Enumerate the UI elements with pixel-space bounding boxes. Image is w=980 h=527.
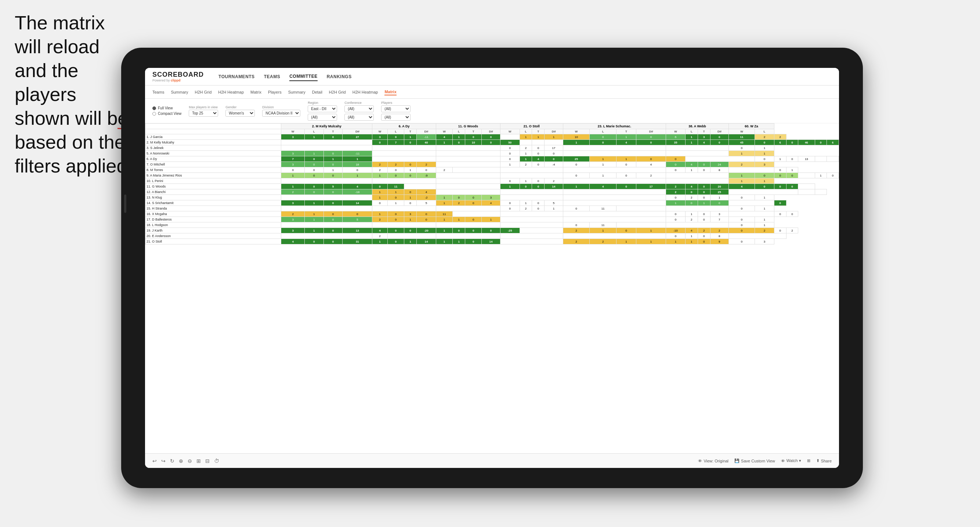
cell: 0 xyxy=(786,156,798,162)
filter-division-select[interactable]: NCAA Division II xyxy=(262,110,300,117)
filter-region-all-select[interactable]: (All) xyxy=(308,114,337,121)
cell xyxy=(729,233,786,239)
cell: 1 xyxy=(453,134,465,140)
cell: 1 xyxy=(616,239,636,244)
nav-rankings[interactable]: RANKINGS xyxy=(327,73,352,81)
cell: 0 xyxy=(500,145,520,151)
subnav-summary2[interactable]: Summary xyxy=(288,89,305,95)
cell: 0 xyxy=(465,239,482,244)
nav-teams[interactable]: TEAMS xyxy=(264,73,280,81)
table-row: 19. J Karth 3 1 0 13 4 0 0 -20 1 0 0 0 -… xyxy=(145,228,839,233)
player-name: 21. O Stoll xyxy=(145,239,281,244)
cell: 8 xyxy=(710,233,729,239)
cell: 0 xyxy=(387,195,404,200)
sub-w4: W xyxy=(500,129,520,134)
subnav-teams[interactable]: Teams xyxy=(153,89,164,95)
cell: 6 xyxy=(774,140,786,145)
subnav-h2h-heatmap1[interactable]: H2H Heatmap xyxy=(218,89,244,95)
cell: 2 xyxy=(729,162,754,167)
watch-button[interactable]: 👁 Watch ▾ xyxy=(781,459,801,463)
save-custom-label: Save Custom View xyxy=(741,459,775,463)
radio-compact-view[interactable]: Compact View xyxy=(153,111,181,116)
table-row: 15. H Stranda 0 2 0 1 0 11 0 1 xyxy=(145,206,839,211)
cell: 5 xyxy=(342,217,372,222)
table-row: 17. D Ballesteros 3 1 0 5 2 0 1 0 1 1 0 … xyxy=(145,217,839,222)
layout-button[interactable]: ⊞ xyxy=(807,459,810,463)
player-name: 20. E Andersson xyxy=(145,233,281,239)
cell: 11 xyxy=(729,134,754,140)
cell: 1 xyxy=(453,217,465,222)
redo-button[interactable]: ↪ xyxy=(161,458,165,464)
save-custom-button[interactable]: 💾 Save Custom View xyxy=(734,459,775,463)
filter-gender-select[interactable]: Women's xyxy=(226,110,255,117)
subnav-summary1[interactable]: Summary xyxy=(171,89,188,95)
cell: 1 xyxy=(372,195,387,200)
nav-committee[interactable]: COMMITTEE xyxy=(290,72,318,81)
cell: 2 xyxy=(372,217,387,222)
filter-players-select1[interactable]: (All) xyxy=(381,105,410,112)
cell xyxy=(372,151,436,156)
undo-button[interactable]: ↩ xyxy=(153,458,157,464)
cell: 0 xyxy=(729,195,754,200)
cell: 3 xyxy=(482,195,500,200)
view-original-button[interactable]: 👁 View: Original xyxy=(698,459,729,463)
subnav-players[interactable]: Players xyxy=(268,89,282,95)
player-name: 1. J Garcia xyxy=(145,134,281,140)
cell: 0 xyxy=(453,140,465,145)
filter-max-select[interactable]: Top 25 xyxy=(189,110,218,117)
refresh-button[interactable]: ↻ xyxy=(170,458,174,464)
cell xyxy=(372,156,436,162)
cell: 1 xyxy=(685,233,698,239)
cell: 13 xyxy=(798,156,815,162)
cell: 2 xyxy=(372,162,387,167)
cell: 3 xyxy=(404,211,417,217)
share-button[interactable]: ⬆ Share xyxy=(816,459,832,463)
cell: 0 xyxy=(500,151,520,156)
subnav-matrix1[interactable]: Matrix xyxy=(250,89,261,95)
share-label: Share xyxy=(821,459,832,463)
subnav-h2h-grid1[interactable]: H2H Grid xyxy=(195,89,212,95)
cell xyxy=(436,156,500,162)
cell: 0 xyxy=(482,140,500,145)
cell: 2 xyxy=(372,233,387,239)
cell: 2 xyxy=(685,217,698,222)
filter-region-select[interactable]: East - DII xyxy=(308,105,337,112)
cell xyxy=(500,239,563,244)
radio-full-view[interactable]: Full View xyxy=(153,106,181,110)
zoom-out-button[interactable]: ⊖ xyxy=(188,458,192,464)
player-name: 10. L Perini xyxy=(145,178,281,184)
cell xyxy=(666,206,729,211)
logo-sub: Powered by clippd xyxy=(153,79,204,82)
cell: 0 xyxy=(387,211,404,217)
cell: 5 xyxy=(417,200,436,206)
cell: 0 xyxy=(786,140,798,145)
filter-players-select2[interactable]: (All) xyxy=(381,114,410,121)
cell: 0 xyxy=(774,228,786,233)
cell: 0 xyxy=(685,189,698,195)
cell: 31 xyxy=(342,239,372,244)
subnav-matrix2[interactable]: Matrix xyxy=(385,89,396,95)
table-row: 1. J Garcia 3 1 0 27 3 0 1 -11 4 1 0 0 xyxy=(145,134,839,140)
cell xyxy=(436,222,500,228)
filter-conference-select1[interactable]: (All) xyxy=(344,105,374,112)
player-name: 11. G Woods xyxy=(145,184,281,189)
subnav-h2h-heatmap2[interactable]: H2H Heatmap xyxy=(353,89,378,95)
clock-button[interactable]: ⏱ xyxy=(214,458,219,464)
cell: 0 xyxy=(465,228,482,233)
filter-conference-select2[interactable]: (All) xyxy=(344,114,374,121)
cell: 35 xyxy=(666,140,686,145)
player-name: 16. X Mcgaha xyxy=(145,211,281,217)
zoom-in-button[interactable]: ⊕ xyxy=(179,458,183,464)
cell: 4 xyxy=(685,184,698,189)
cell: 1 xyxy=(754,145,774,151)
reset-button[interactable]: ⊟ xyxy=(205,458,210,464)
fit-button[interactable]: ⊞ xyxy=(196,458,201,464)
main-content[interactable]: 2. M Kelly Mulcahy 6. A Dy 11. G Woods 2… xyxy=(145,123,839,453)
sub-l6: L xyxy=(685,129,698,134)
nav-tournaments[interactable]: TOURNAMENTS xyxy=(218,73,255,81)
cell: 1 xyxy=(372,239,387,244)
subnav-h2h-grid2[interactable]: H2H Grid xyxy=(329,89,346,95)
cell: 40 xyxy=(417,140,436,145)
cell: 10 xyxy=(465,140,482,145)
subnav-detail[interactable]: Detail xyxy=(312,89,322,95)
